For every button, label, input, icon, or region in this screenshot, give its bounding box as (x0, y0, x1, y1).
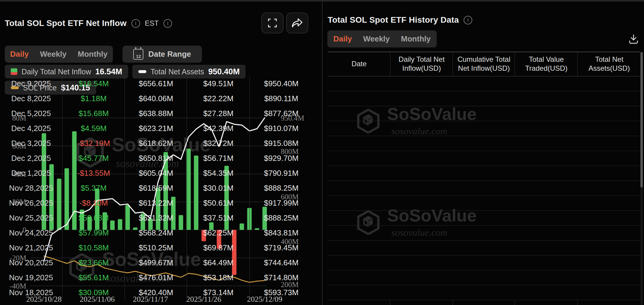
date-range-button[interactable]: 12 Date Range (122, 46, 202, 63)
chart-legend-row: Daily Total Net Inflow16.54MTotal Net As… (5, 65, 246, 78)
inflow-bar[interactable] (247, 208, 252, 230)
chart-legend-row: SOL Price$140.15 (5, 81, 96, 95)
chart-period-tabs: DailyWeeklyMonthly (5, 46, 113, 63)
inflow-bar[interactable] (118, 219, 122, 230)
history-panel-header: Total SOL Spot ETF History Data i (328, 14, 472, 26)
inflow-bar[interactable] (202, 230, 206, 241)
y-axis-label-left: 20M (12, 198, 26, 206)
legend-chip[interactable]: Total Net Assets950.40M (132, 65, 246, 78)
legend-value: 16.54M (95, 67, 122, 76)
inflow-bar[interactable] (148, 218, 153, 230)
download-icon (628, 34, 639, 44)
inflow-bar[interactable] (217, 230, 221, 249)
net-assets-legend-icon (138, 70, 146, 73)
y-axis-label-left: 0 (23, 226, 27, 234)
y-axis-label-left: 40M (12, 170, 26, 178)
history-title: Total SOL Spot ETF History Data (328, 15, 459, 25)
inflow-chart: 80M60M40M20M0-20M-40M950.4M800M600M400M2… (0, 100, 322, 305)
watermark-brand: SoSoValue (387, 105, 477, 123)
x-axis-label: 2025/11/26 (186, 295, 221, 304)
expand-icon (268, 19, 277, 27)
timezone-label: EST (145, 19, 159, 27)
inflow-bar[interactable] (209, 222, 214, 230)
legend-value: $140.15 (61, 83, 90, 93)
sol-price-legend-icon (11, 86, 19, 89)
inflow-bar[interactable] (194, 155, 198, 230)
inflow-bar[interactable] (224, 166, 229, 230)
inflow-bar[interactable] (186, 149, 191, 230)
table-period-tabs: DailyWeeklyMonthly (327, 30, 437, 47)
inflow-bar[interactable] (65, 168, 69, 230)
inflow-bar[interactable] (110, 221, 115, 230)
info-icon[interactable]: i (131, 19, 140, 28)
calendar-icon: 12 (133, 49, 143, 60)
tab-monthly[interactable]: Monthly (401, 34, 431, 44)
inflow-bar[interactable] (57, 179, 61, 230)
watermark-domain: sosovalue.com (391, 227, 477, 238)
info-icon[interactable]: i (464, 16, 472, 24)
tab-daily[interactable]: Daily (10, 50, 29, 59)
inflow-bar[interactable] (72, 131, 76, 230)
inflow-bar[interactable] (42, 133, 46, 230)
y-axis-label-right: 950.4M (281, 114, 304, 122)
table-scrollbar-thumb[interactable] (640, 52, 643, 187)
watermark-domain: sosovalue.com (391, 126, 477, 137)
watermark-brand: SoSoValue (387, 207, 477, 224)
inflow-bar[interactable] (171, 197, 176, 230)
inflow-bar[interactable] (141, 213, 145, 230)
y-axis-label-right: 400M (281, 238, 299, 246)
y-axis-label-left: -20M (10, 254, 26, 262)
legend-label: Total Net Assets (151, 67, 204, 76)
x-axis-label: 2025/12/09 (247, 295, 282, 304)
sol-price-line[interactable] (44, 256, 265, 282)
sosovalue-logo-icon (356, 109, 381, 133)
x-axis-label: 2025/10/28 (26, 295, 62, 304)
inflow-bar[interactable] (49, 164, 54, 230)
legend-chip[interactable]: SOL Price$140.15 (5, 81, 96, 95)
share-icon (292, 18, 303, 28)
app-root: Total SOL Spot ETF Net Inflow i EST i Da… (0, 0, 644, 305)
watermark: SoSoValuesosovalue.com (356, 207, 477, 238)
watermark: SoSoValuesosovalue.com (356, 105, 477, 137)
tab-weekly[interactable]: Weekly (363, 34, 390, 44)
inflow-panel: Total SOL Spot ETF Net Inflow i EST i Da… (0, 1, 322, 305)
share-button[interactable] (286, 13, 308, 33)
inflow-bar[interactable] (102, 212, 107, 230)
inflow-legend-icon (11, 68, 17, 75)
inflow-panel-header: Total SOL Spot ETF Net Inflow i EST i (5, 17, 172, 30)
inflow-bar[interactable] (133, 227, 137, 230)
x-axis-label: 2025/11/17 (133, 295, 168, 304)
y-axis-label-right: 200M (281, 281, 299, 289)
y-axis-label-left: 60M (12, 142, 26, 150)
x-axis-label: 2025/11/06 (80, 295, 115, 304)
net-assets-line[interactable] (44, 118, 265, 261)
tab-daily[interactable]: Daily (333, 34, 352, 44)
inflow-bar[interactable] (156, 188, 160, 230)
legend-chip[interactable]: Daily Total Net Inflow16.54M (5, 65, 128, 78)
inflow-bar[interactable] (263, 207, 267, 230)
y-axis-label-left: -40M (10, 282, 26, 290)
legend-label: SOL Price (23, 84, 57, 92)
legend-value: 950.40M (208, 67, 240, 76)
fullscreen-button[interactable] (261, 13, 283, 33)
inflow-bar[interactable] (87, 217, 92, 230)
download-button[interactable] (628, 34, 639, 46)
tab-monthly[interactable]: Monthly (78, 50, 108, 59)
inflow-bar[interactable] (240, 224, 244, 230)
y-axis-label-right: 600M (281, 193, 299, 201)
page-title: Total SOL Spot ETF Net Inflow (5, 19, 127, 28)
y-axis-label-left: 80M (12, 114, 26, 122)
legend-label: Daily Total Net Inflow (22, 67, 91, 76)
inflow-bar[interactable] (95, 189, 99, 230)
history-panel: Total SOL Spot ETF History Data i DailyW… (323, 1, 644, 305)
info-icon[interactable]: i (163, 19, 172, 28)
tab-weekly[interactable]: Weekly (40, 50, 67, 59)
inflow-bar[interactable] (125, 205, 130, 230)
inflow-bar[interactable] (179, 215, 183, 230)
inflow-bar[interactable] (232, 230, 237, 275)
date-range-label: Date Range (148, 50, 191, 59)
y-axis-label-right: 800M (281, 147, 299, 155)
inflow-bar[interactable] (255, 228, 259, 230)
sosovalue-logo-icon (356, 210, 381, 235)
table-scrollbar-track[interactable] (640, 52, 643, 305)
